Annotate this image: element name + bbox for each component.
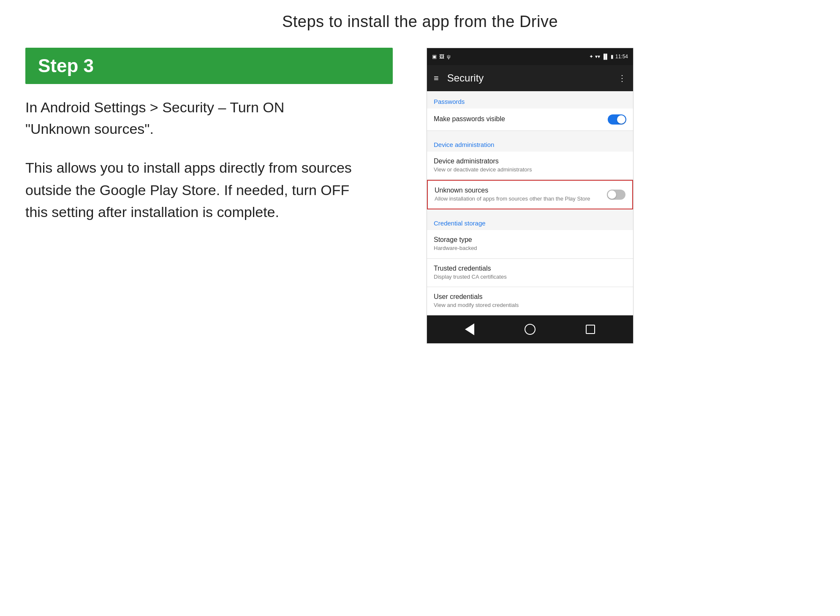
settings-item-user-credentials[interactable]: User credentials View and modify stored … <box>427 287 633 315</box>
nav-bar <box>427 315 633 343</box>
back-button[interactable] <box>460 320 479 339</box>
bluetooth-icon: ✦ <box>589 54 593 60</box>
app-bar-title: Security <box>447 72 609 84</box>
time-display: 11:54 <box>615 54 628 60</box>
home-button[interactable] <box>521 320 539 339</box>
status-bar-right: ✦ ▾▾ ▐▌ ▮ 11:54 <box>589 54 628 60</box>
usb-icon: ψ <box>447 54 451 60</box>
phone-screen: ▣ 🖼 ψ ✦ ▾▾ ▐▌ ▮ 11:54 ≡ Security ⋮ <box>427 48 633 344</box>
trusted-credentials-subtitle: Display trusted CA certificates <box>434 273 626 281</box>
unknown-sources-toggle[interactable] <box>607 190 625 200</box>
trusted-credentials-title: Trusted credentials <box>434 265 626 272</box>
device-administrators-subtitle: View or deactivate device administrators <box>434 166 626 174</box>
notification-icon-2: 🖼 <box>439 54 444 60</box>
recent-button[interactable] <box>581 320 600 339</box>
make-passwords-visible-title: Make passwords visible <box>434 115 603 123</box>
back-icon <box>465 323 474 335</box>
unknown-sources-subtitle: Allow installation of apps from sources … <box>435 195 603 203</box>
settings-item-trusted-credentials[interactable]: Trusted credentials Display trusted CA c… <box>427 259 633 287</box>
more-options-icon[interactable]: ⋮ <box>618 73 626 83</box>
step-description: In Android Settings > Security – Turn ON… <box>25 97 393 140</box>
app-bar: ≡ Security ⋮ <box>427 65 633 91</box>
settings-item-device-administrators[interactable]: Device administrators View or deactivate… <box>427 152 633 180</box>
page-title: Steps to install the app from the Drive <box>0 0 840 48</box>
section-divider-1 <box>427 131 633 134</box>
hamburger-icon[interactable]: ≡ <box>434 73 439 83</box>
settings-item-storage-type[interactable]: Storage type Hardware-backed <box>427 230 633 258</box>
main-layout: Step 3 In Android Settings > Security – … <box>0 48 840 344</box>
user-credentials-title: User credentials <box>434 293 626 301</box>
section-header-device-administration: Device administration <box>427 134 633 152</box>
step-header: Step 3 <box>25 48 393 84</box>
left-panel: Step 3 In Android Settings > Security – … <box>25 48 393 223</box>
settings-list: Passwords Make passwords visible Device … <box>427 91 633 315</box>
home-icon <box>525 324 536 335</box>
storage-type-subtitle: Hardware-backed <box>434 244 626 252</box>
user-credentials-subtitle: View and modify stored credentials <box>434 301 626 309</box>
step-note: This allows you to install apps directly… <box>25 157 393 223</box>
make-passwords-visible-toggle[interactable] <box>608 114 626 125</box>
section-header-passwords: Passwords <box>427 91 633 109</box>
status-bar-left: ▣ 🖼 ψ <box>432 54 451 60</box>
section-header-credential-storage: Credential storage <box>427 213 633 230</box>
battery-icon: ▮ <box>611 54 614 60</box>
right-panel: ▣ 🖼 ψ ✦ ▾▾ ▐▌ ▮ 11:54 ≡ Security ⋮ <box>427 48 633 344</box>
wifi-icon: ▾▾ <box>595 54 600 60</box>
settings-item-make-passwords-visible[interactable]: Make passwords visible <box>427 109 633 131</box>
settings-item-unknown-sources[interactable]: Unknown sources Allow installation of ap… <box>427 180 633 209</box>
unknown-sources-title: Unknown sources <box>435 187 603 194</box>
section-divider-2 <box>427 209 633 213</box>
storage-type-title: Storage type <box>434 236 626 244</box>
status-bar: ▣ 🖼 ψ ✦ ▾▾ ▐▌ ▮ 11:54 <box>427 48 633 65</box>
signal-icon: ▐▌ <box>602 54 609 60</box>
notification-icon-1: ▣ <box>432 54 437 60</box>
recent-icon <box>586 325 595 334</box>
device-administrators-title: Device administrators <box>434 157 626 165</box>
